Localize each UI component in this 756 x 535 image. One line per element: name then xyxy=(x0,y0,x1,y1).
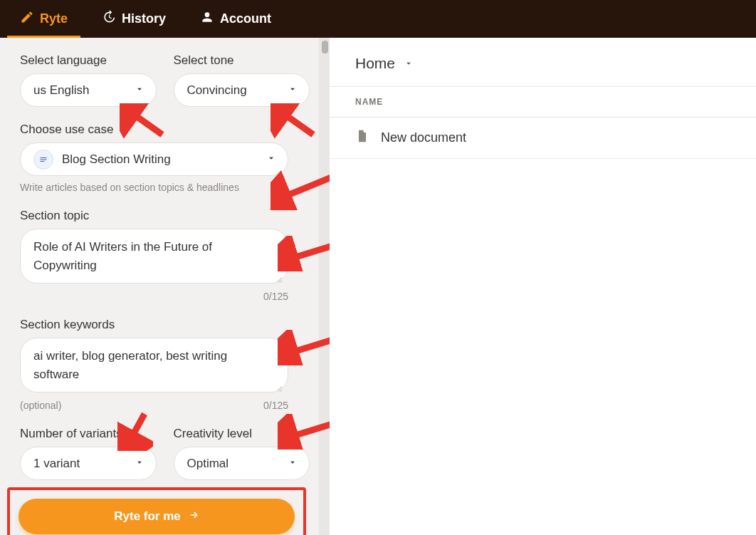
creativity-select[interactable]: Optimal xyxy=(174,447,310,480)
keywords-optional: (optional) xyxy=(20,400,61,411)
cta-label: Ryte for me xyxy=(114,509,181,524)
document-icon xyxy=(355,129,369,147)
nav-account[interactable]: Account xyxy=(200,0,271,38)
creativity-label: Creativity level xyxy=(174,427,310,441)
arrow-right-icon xyxy=(188,509,199,524)
nav-history[interactable]: History xyxy=(102,0,166,38)
topic-counter: 0/125 xyxy=(20,291,288,302)
main-panel: Home NAME New document xyxy=(330,38,756,535)
chevron-down-icon xyxy=(135,457,145,471)
chevron-down-icon xyxy=(288,457,298,471)
scrollbar-thumb[interactable] xyxy=(322,41,328,53)
creativity-value: Optimal xyxy=(187,457,229,471)
lines-icon xyxy=(33,150,53,170)
variants-select[interactable]: 1 variant xyxy=(20,447,157,480)
nav-ryte[interactable]: Ryte xyxy=(20,0,68,38)
resize-handle[interactable] xyxy=(275,384,283,391)
chevron-down-icon xyxy=(288,83,298,98)
usecase-label: Choose use case xyxy=(20,123,310,137)
pencil-icon xyxy=(20,10,34,28)
usecase-value: Blog Section Writing xyxy=(62,152,171,167)
chevron-down-icon xyxy=(266,152,276,167)
keywords-input[interactable] xyxy=(20,338,288,393)
ryte-for-me-button[interactable]: Ryte for me xyxy=(19,499,295,534)
resize-handle[interactable] xyxy=(275,275,283,282)
variants-label: Number of variants xyxy=(20,427,157,441)
breadcrumb[interactable]: Home xyxy=(330,38,756,86)
breadcrumb-home: Home xyxy=(355,55,395,72)
topic-input[interactable] xyxy=(20,229,288,284)
keywords-counter: 0/125 xyxy=(263,400,288,411)
language-select[interactable]: us English xyxy=(20,73,157,107)
topic-label: Section topic xyxy=(20,209,310,223)
usecase-hint: Write articles based on section topics &… xyxy=(20,182,310,193)
top-nav: Ryte History Account xyxy=(0,0,756,38)
chevron-down-icon xyxy=(135,83,145,98)
variants-value: 1 variant xyxy=(33,457,80,471)
history-icon xyxy=(102,10,116,28)
config-sidebar: Select language us English Select tone C… xyxy=(0,38,330,535)
person-icon xyxy=(200,10,214,28)
nav-ryte-label: Ryte xyxy=(40,11,68,26)
chevron-down-icon xyxy=(404,55,414,72)
list-header-name: NAME xyxy=(330,86,756,118)
tone-value: Convincing xyxy=(187,83,247,98)
scrollbar[interactable] xyxy=(319,38,330,535)
tone-select[interactable]: Convincing xyxy=(174,73,310,107)
nav-history-label: History xyxy=(122,11,166,26)
language-value: us English xyxy=(33,83,89,98)
usecase-select[interactable]: Blog Section Writing xyxy=(20,142,288,176)
cta-highlight-box: Ryte for me xyxy=(7,487,306,535)
document-row[interactable]: New document xyxy=(330,118,756,159)
keywords-label: Section keywords xyxy=(20,318,310,332)
tone-label: Select tone xyxy=(174,53,310,68)
document-name: New document xyxy=(381,130,466,145)
nav-account-label: Account xyxy=(220,11,271,26)
language-label: Select language xyxy=(20,53,157,68)
